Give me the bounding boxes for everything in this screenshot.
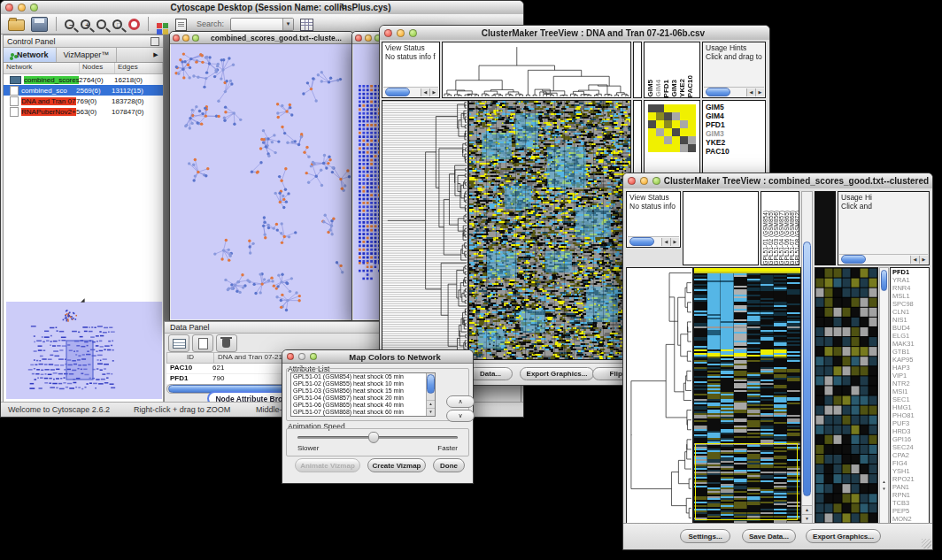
- network-overview-panel[interactable]: ◢: [6, 302, 160, 399]
- gene-label[interactable]: GPI16: [891, 435, 929, 443]
- network-row[interactable]: combined_scores 2764(0) 16218(0): [4, 74, 163, 85]
- minimize-icon[interactable]: [397, 29, 405, 37]
- close-icon[interactable]: [628, 177, 636, 185]
- scrollbar-thumb[interactable]: [881, 270, 887, 291]
- scroll-up-icon[interactable]: ▲: [802, 505, 812, 514]
- column-dendrogram[interactable]: [683, 191, 759, 265]
- zoom-window-icon[interactable]: [310, 353, 317, 360]
- done-button[interactable]: Done: [433, 458, 465, 472]
- attribute-item[interactable]: GPL51-03 (GSM856) heat shock 15 min: [291, 387, 435, 395]
- resize-grip[interactable]: [922, 539, 931, 548]
- zoom-fit-icon[interactable]: □: [112, 19, 122, 29]
- scroll-up-icon[interactable]: ▲: [880, 479, 888, 486]
- network-canvas[interactable]: [171, 44, 352, 319]
- scroll-down-icon[interactable]: ▼: [802, 514, 812, 523]
- gene-label[interactable]: PFD1: [891, 268, 929, 276]
- zoom-out-icon[interactable]: −: [65, 19, 74, 29]
- attribute-select-button[interactable]: [168, 334, 189, 352]
- move-down-button[interactable]: ∨: [446, 410, 475, 422]
- network-row[interactable]: RNAPuberNov2+I 563(0) 107847(0): [4, 106, 163, 117]
- gene-label[interactable]: NTR2: [891, 380, 929, 387]
- gene-label[interactable]: HRD3: [891, 427, 929, 435]
- close-icon[interactable]: [355, 35, 362, 42]
- row-dendrogram[interactable]: [626, 267, 693, 524]
- scroll-left-icon[interactable]: ◀: [746, 88, 755, 96]
- annotation-icon[interactable]: [175, 19, 187, 31]
- gene-label[interactable]: MON2: [891, 515, 929, 523]
- network-row[interactable]: DNA and Tran 07 769(0) 183728(0): [4, 96, 163, 106]
- slider-thumb[interactable]: [368, 432, 379, 443]
- status-scrollbar[interactable]: ◀▶: [628, 236, 679, 246]
- row-dendrogram[interactable]: [382, 100, 468, 360]
- list-scrollbar[interactable]: ▲ ▼: [426, 373, 435, 416]
- network-row[interactable]: combined_sco 2569(6) 13112(15): [4, 85, 163, 96]
- animate-vizmap-button[interactable]: Animate Vizmap: [295, 458, 360, 472]
- tabs-overflow-button[interactable]: ▶: [149, 48, 163, 62]
- gene-label[interactable]: PHO81: [891, 411, 929, 419]
- export-graphics-button[interactable]: Export Graphics...: [520, 367, 594, 380]
- gene-label[interactable]: MSI1: [891, 387, 929, 395]
- zoom-heatmap-canvas[interactable]: [815, 267, 878, 524]
- zoom-in-icon[interactable]: +: [81, 19, 90, 29]
- scroll-right-icon[interactable]: ▶: [429, 88, 438, 96]
- genes-scrollbar[interactable]: ▲ ▼: [879, 267, 889, 524]
- scroll-left-icon[interactable]: ◀: [910, 256, 919, 264]
- zoom-window-icon[interactable]: [30, 4, 38, 12]
- treeview2-titlebar[interactable]: ClusterMaker TreeView : combined_scores_…: [623, 173, 932, 189]
- combo-arrow-icon[interactable]: ▼: [282, 19, 293, 30]
- gene-label[interactable]: YSH1: [891, 467, 929, 475]
- gene-label[interactable]: ELG1: [891, 332, 929, 340]
- scroll-up-icon[interactable]: ▲: [427, 400, 435, 408]
- gene-label[interactable]: YRA1: [891, 276, 929, 284]
- new-attribute-button[interactable]: [192, 334, 213, 352]
- zoom-window-icon[interactable]: [192, 35, 199, 42]
- gene-label[interactable]: TCB3: [891, 499, 929, 507]
- gene-label[interactable]: BUD4: [891, 324, 929, 332]
- hints-scrollbar[interactable]: ◀▶: [704, 87, 764, 96]
- attribute-table-icon[interactable]: [300, 19, 313, 31]
- scroll-left-icon[interactable]: ◀: [661, 238, 670, 246]
- scrollbar-thumb[interactable]: [803, 242, 811, 496]
- export-graphics-button[interactable]: Export Graphics...: [806, 529, 881, 543]
- scrollbar-thumb[interactable]: [427, 374, 435, 394]
- scroll-right-icon[interactable]: ▶: [755, 88, 764, 96]
- scrollbar-thumb[interactable]: [841, 255, 866, 264]
- scrollbar-thumb[interactable]: [385, 88, 410, 96]
- search-input[interactable]: ▼: [230, 18, 294, 31]
- heatmap-canvas[interactable]: [693, 267, 801, 524]
- close-icon[interactable]: [5, 4, 13, 12]
- network-view-titlebar[interactable]: combined_scores_good.txt--cluste...: [170, 32, 353, 44]
- gene-label[interactable]: HAP3: [891, 364, 929, 372]
- minimize-icon[interactable]: [182, 35, 189, 42]
- gene-label[interactable]: MAK31: [891, 340, 929, 348]
- dialog-titlebar[interactable]: Map Colors to Network: [282, 350, 473, 364]
- gene-label[interactable]: KAP95: [891, 356, 929, 364]
- zoom-window-icon[interactable]: [409, 29, 417, 37]
- heatmap-canvas[interactable]: [468, 100, 631, 360]
- save-data-button[interactable]: Save Data...: [742, 529, 796, 543]
- scroll-down-icon[interactable]: ▼: [427, 408, 435, 416]
- tab-network[interactable]: Network: [4, 48, 57, 62]
- zoom-selected-icon[interactable]: [97, 19, 106, 29]
- scroll-right-icon[interactable]: ▶: [919, 256, 928, 264]
- scrollbar-thumb[interactable]: [629, 237, 654, 246]
- scroll-left-icon[interactable]: ◀: [421, 88, 429, 96]
- gene-label[interactable]: HMG1: [891, 403, 929, 411]
- attribute-list[interactable]: GPL51-01 (GSM854) heat shock 05 minGPL51…: [290, 372, 436, 417]
- gene-label[interactable]: CLN1: [891, 308, 929, 316]
- float-panel-icon[interactable]: [151, 37, 159, 46]
- help-lifesaver-icon[interactable]: [128, 19, 140, 30]
- gene-label[interactable]: VIP1: [891, 372, 929, 380]
- scrollbar-thumb[interactable]: [706, 88, 730, 96]
- attribute-item[interactable]: GPL51-07 (GSM868) heat shock 60 min: [291, 409, 435, 416]
- open-file-icon[interactable]: [8, 19, 25, 31]
- hints-scrollbar[interactable]: ◀▶: [839, 254, 928, 264]
- gene-label[interactable]: SEC1: [891, 395, 929, 403]
- minimize-icon[interactable]: [18, 4, 26, 12]
- gene-label[interactable]: RNR4: [891, 284, 929, 292]
- minimize-icon[interactable]: [298, 353, 305, 360]
- gene-label[interactable]: SPC98: [891, 300, 929, 308]
- minimize-icon[interactable]: [640, 177, 648, 185]
- close-icon[interactable]: [173, 35, 180, 42]
- create-vizmap-button[interactable]: Create Vizmap: [367, 458, 426, 472]
